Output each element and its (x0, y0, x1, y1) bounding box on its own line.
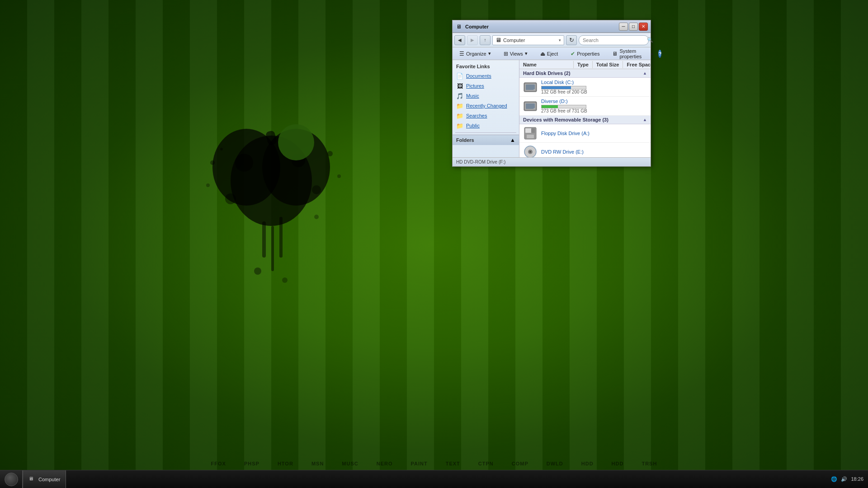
icon-musc[interactable]: MUSC (342, 461, 358, 466)
col-free-space[interactable]: Free Space (623, 61, 651, 68)
views-label: Views (510, 51, 523, 56)
sidebar-divider (455, 132, 516, 133)
minimize-button[interactable]: ─ (619, 23, 628, 31)
drive-diverse-d[interactable]: Diverse (D:) 273 GB free of 731 GB (519, 97, 651, 116)
col-total-size[interactable]: Total Size (593, 61, 623, 68)
organize-label: Organize (466, 51, 486, 56)
sidebar-item-documents[interactable]: 📄 Documents (453, 71, 519, 81)
drive-local-c[interactable]: Local Disk (C:) 132 GB free of 200 GB (519, 78, 651, 97)
icon-phsp[interactable]: PHSP (244, 461, 259, 466)
drive-floppy-a[interactable]: Floppy Disk Drive (A:) (519, 124, 651, 143)
sidebar-item-searches[interactable]: 📁 Searches (453, 111, 519, 121)
drive-local-c-bar-container (541, 86, 586, 89)
svg-point-23 (533, 89, 535, 91)
organize-button[interactable]: ☰ Organize ▾ (455, 49, 495, 59)
pictures-icon: 🖼 (456, 82, 463, 89)
removable-storage-label: Devices with Removable Storage (3) (523, 117, 609, 122)
documents-icon: 📄 (456, 72, 463, 80)
sidebar-item-pictures[interactable]: 🖼 Pictures (453, 81, 519, 91)
icon-ctpn[interactable]: CTPN (478, 461, 494, 466)
drive-floppy-a-name: Floppy Disk Drive (A:) (541, 131, 647, 136)
icon-paint[interactable]: PAINT (411, 461, 428, 466)
icon-dwld[interactable]: DWLD (547, 461, 563, 466)
svg-point-27 (533, 108, 535, 110)
more-button[interactable]: » (646, 49, 657, 59)
forward-button[interactable]: ▶ (467, 35, 478, 45)
icon-ffox[interactable]: FFOX (211, 461, 226, 466)
sidebar-item-searches-label: Searches (466, 113, 487, 118)
icon-msn[interactable]: MSN (311, 461, 324, 466)
maximize-button[interactable]: □ (629, 23, 638, 31)
eject-button[interactable]: ⏏ Eject (536, 49, 562, 59)
organize-icon: ☰ (459, 51, 464, 57)
address-arrow[interactable]: ▾ (559, 38, 561, 42)
drive-diverse-d-info: Diverse (D:) 273 GB free of 731 GB (541, 99, 647, 113)
up-folder-button[interactable]: ↑ (480, 35, 491, 45)
views-icon: ⊞ (504, 51, 508, 57)
title-bar: 🖥 Computer ─ □ ✕ (453, 20, 651, 33)
icon-comp[interactable]: COMP (512, 461, 528, 466)
help-button[interactable]: ? (658, 50, 661, 58)
folders-header[interactable]: Folders ▲ (453, 135, 519, 145)
sidebar-item-pictures-label: Pictures (466, 83, 484, 89)
back-button[interactable]: ◀ (454, 35, 465, 45)
drive-diverse-d-name: Diverse (D:) (541, 99, 647, 104)
taskbar-item-computer[interactable]: 🖥 Computer (23, 470, 66, 488)
drive-diverse-d-bar (542, 105, 558, 108)
drive-dvd-rw-e[interactable]: DVD RW Drive (E:) (519, 143, 651, 157)
col-type[interactable]: Type (574, 61, 593, 68)
file-list[interactable]: Name Type Total Size Free Space Hard Dis… (519, 60, 651, 157)
folders-title: Folders (456, 137, 474, 143)
icon-hdd1[interactable]: HDD (581, 461, 594, 466)
desktop (0, 0, 868, 488)
properties-button[interactable]: ✔ Properties (566, 49, 604, 59)
tray-volume-icon: 🔊 (841, 476, 847, 482)
drive-local-c-name: Local Disk (C:) (541, 80, 647, 85)
search-input[interactable] (583, 38, 645, 43)
explorer-window: 🖥 Computer ─ □ ✕ ◀ ▶ ↑ 🖥 Computer ▾ ↻ 🔍 … (452, 20, 651, 167)
hard-disk-drives-label: Hard Disk Drives (2) (523, 70, 571, 76)
icon-text[interactable]: TEXT (446, 461, 460, 466)
icon-hdd2[interactable]: HDD (612, 461, 624, 466)
col-name[interactable]: Name (519, 61, 574, 68)
sidebar-item-public[interactable]: 📁 Public (453, 121, 519, 131)
address-text: Computer (503, 38, 557, 43)
hard-disk-drives-section[interactable]: Hard Disk Drives (2) ▲ (519, 69, 651, 78)
go-button[interactable]: ↻ (566, 35, 577, 45)
title-bar-buttons: ─ □ ✕ (619, 23, 648, 31)
properties-icon: ✔ (571, 51, 575, 57)
removable-collapse-icon: ▲ (643, 117, 647, 122)
window-icon: 🖥 (455, 23, 462, 30)
close-button[interactable]: ✕ (639, 23, 648, 31)
icon-htor[interactable]: HTOR (278, 461, 293, 466)
eject-icon: ⏏ (540, 51, 545, 57)
hard-disk-collapse-icon: ▲ (643, 71, 647, 75)
status-text: HD DVD-ROM Drive (F:) (456, 160, 505, 164)
music-icon: 🎵 (456, 92, 463, 99)
desktop-icons-bar: FFOX PHSP HTOR MSN MUSC NERO PAINT TEXT … (0, 461, 868, 466)
sidebar-item-recently-changed-label: Recently Changed (466, 103, 507, 108)
svg-rect-30 (531, 128, 535, 133)
svg-rect-26 (526, 103, 535, 109)
system-properties-button[interactable]: 🖥 System properties (608, 49, 646, 59)
icon-nero[interactable]: NERO (377, 461, 393, 466)
search-bar[interactable]: 🔍 (579, 35, 649, 45)
drive-dvd-rw-e-name: DVD RW Drive (E:) (541, 149, 647, 155)
drive-local-c-icon (523, 80, 538, 94)
removable-storage-section[interactable]: Devices with Removable Storage (3) ▲ (519, 116, 651, 124)
views-button[interactable]: ⊞ Views ▾ (500, 49, 532, 59)
main-content: Favorite Links 📄 Documents 🖼 Pictures 🎵 … (453, 60, 651, 157)
start-button[interactable] (0, 470, 23, 488)
properties-label: Properties (577, 51, 599, 56)
eject-label: Eject (547, 51, 558, 56)
svg-point-34 (529, 151, 531, 153)
more-icon: » (651, 51, 653, 56)
system-props-icon: 🖥 (612, 51, 618, 57)
address-bar[interactable]: 🖥 Computer ▾ (492, 35, 564, 45)
searches-icon: 📁 (456, 112, 463, 119)
sidebar-item-recently-changed[interactable]: 📁 Recently Changed (453, 101, 519, 111)
icon-trsh[interactable]: TRSH (642, 461, 657, 466)
public-icon: 📁 (456, 122, 463, 129)
sidebar-item-music[interactable]: 🎵 Music (453, 91, 519, 101)
file-list-header: Name Type Total Size Free Space (519, 60, 651, 69)
